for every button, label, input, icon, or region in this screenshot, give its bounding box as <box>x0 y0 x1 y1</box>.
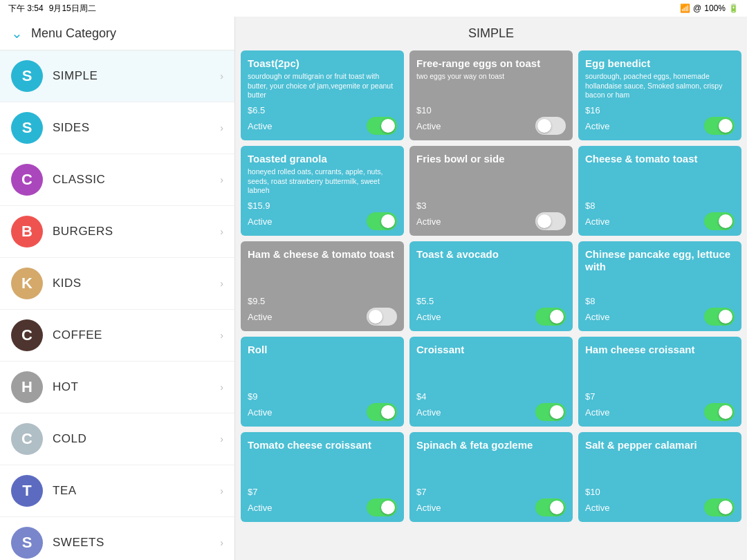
toggle-knob <box>719 119 732 133</box>
toggle-knob <box>550 501 564 514</box>
card-price: $7 <box>416 487 566 497</box>
chevron-down-icon[interactable]: ⌄ <box>11 25 23 41</box>
sidebar-item-cold[interactable]: C COLD › <box>0 413 234 465</box>
menu-card-card-5[interactable]: Fries bowl or side $3 Active <box>409 146 573 236</box>
card-desc: sourdough, poached eggs, homemade hollan… <box>585 72 735 104</box>
card-title: Ham & cheese & tomato toast <box>248 248 397 261</box>
menu-card-card-4[interactable]: Toasted granola honeyed rolled oats, cur… <box>241 146 404 236</box>
card-title: Chinese pancake egg, lettuce with <box>585 248 735 273</box>
card-footer: Active <box>416 212 566 230</box>
sidebar-item-kids[interactable]: K KIDS › <box>0 258 234 310</box>
menu-card-card-13[interactable]: Tomato cheese croissant $7 Active <box>241 432 404 522</box>
card-toggle[interactable] <box>704 498 735 516</box>
card-toggle[interactable] <box>535 117 566 135</box>
menu-card-card-15[interactable]: Salt & pepper calamari $10 Active <box>578 432 741 522</box>
card-toggle[interactable] <box>704 117 735 135</box>
status-date: 9月15日周二 <box>49 3 96 15</box>
card-toggle[interactable] <box>367 498 397 516</box>
sidebar-items-container: S SIMPLE › S SIDES › C CLASSIC › B BURGE… <box>0 50 234 560</box>
card-price: $8 <box>585 296 735 306</box>
chevron-right-icon: › <box>220 278 223 289</box>
card-title: Croissant <box>416 344 566 356</box>
menu-card-card-3[interactable]: Egg benedict sourdough, poached eggs, ho… <box>578 50 741 140</box>
card-price: $7 <box>585 391 735 402</box>
avatar-simple: S <box>11 60 43 92</box>
menu-card-card-10[interactable]: Roll $9 Active <box>241 337 404 427</box>
chevron-right-icon: › <box>220 485 223 496</box>
card-active-label: Active <box>248 407 272 418</box>
menu-card-card-1[interactable]: Toast(2pc) sourdough or multigrain or fr… <box>241 50 404 140</box>
toggle-knob <box>719 310 732 324</box>
card-footer: Active <box>585 403 735 421</box>
menu-card-card-11[interactable]: Croissant $4 Active <box>409 337 573 427</box>
card-toggle[interactable] <box>535 308 566 326</box>
card-footer: Active <box>416 403 566 421</box>
card-desc: honeyed rolled oats, currants, apple, nu… <box>248 167 397 199</box>
card-active-label: Active <box>416 503 441 513</box>
menu-card-card-2[interactable]: Free-range eggs on toast two eggs your w… <box>409 50 573 140</box>
sidebar-item-coffee[interactable]: C COFFEE › <box>0 310 234 362</box>
card-footer: Active <box>248 498 397 516</box>
sidebar-header: ⌄ Menu Category <box>0 17 234 50</box>
card-desc: two eggs your way on toast <box>416 72 566 104</box>
avatar-kids: K <box>11 268 43 299</box>
card-price: $9 <box>248 391 397 402</box>
avatar-burgers: B <box>11 216 43 248</box>
card-toggle[interactable] <box>367 308 397 326</box>
toggle-knob <box>537 214 551 228</box>
card-footer: Active <box>416 308 566 326</box>
menu-card-card-8[interactable]: Toast & avocado $5.5 Active <box>409 241 573 331</box>
card-toggle[interactable] <box>704 308 735 326</box>
status-time: 下午 3:54 <box>8 3 44 15</box>
card-footer: Active <box>416 498 566 516</box>
sidebar-item-simple[interactable]: S SIMPLE › <box>0 50 234 102</box>
sidebar-label-hot: HOT <box>53 380 210 394</box>
chevron-right-icon: › <box>220 71 223 82</box>
battery-icon: 🔋 <box>728 3 739 13</box>
avatar-sweets: S <box>11 527 43 559</box>
card-toggle[interactable] <box>535 212 566 230</box>
card-title: Toasted granola <box>248 153 397 165</box>
toggle-knob <box>719 405 732 419</box>
sidebar-item-tea[interactable]: T TEA › <box>0 465 234 517</box>
menu-grid: Toast(2pc) sourdough or multigrain or fr… <box>235 48 747 530</box>
chevron-right-icon: › <box>220 122 223 133</box>
card-toggle[interactable] <box>704 403 735 421</box>
card-toggle[interactable] <box>367 403 397 421</box>
card-title: Roll <box>248 344 397 356</box>
card-toggle[interactable] <box>535 403 566 421</box>
status-bar: 下午 3:54 9月15日周二 📶 @ 100% 🔋 <box>0 0 747 17</box>
toggle-knob <box>550 405 564 419</box>
card-price: $5.5 <box>416 296 566 306</box>
card-price: $10 <box>585 487 735 497</box>
avatar-sides: S <box>11 112 43 144</box>
card-price: $9.5 <box>248 296 397 306</box>
sidebar-item-sweets[interactable]: S SWEETS › <box>0 517 234 560</box>
card-toggle[interactable] <box>367 117 397 135</box>
card-active-label: Active <box>585 216 609 227</box>
status-right: 📶 @ 100% 🔋 <box>680 3 739 13</box>
menu-card-card-6[interactable]: Cheese & tomato toast $8 Active <box>578 146 741 236</box>
menu-card-card-12[interactable]: Ham cheese croissant $7 Active <box>578 337 741 427</box>
battery-label: 100% <box>704 3 726 13</box>
sidebar-item-classic[interactable]: C CLASSIC › <box>0 154 234 206</box>
sidebar-item-burgers[interactable]: B BURGERS › <box>0 206 234 258</box>
toggle-knob <box>369 310 382 324</box>
card-title: Cheese & tomato toast <box>585 153 735 165</box>
card-toggle[interactable] <box>535 498 566 516</box>
card-price: $15.9 <box>248 200 397 211</box>
card-footer: Active <box>248 212 397 230</box>
sidebar-item-sides[interactable]: S SIDES › <box>0 102 234 154</box>
card-price: $6.5 <box>248 105 397 115</box>
avatar-classic: C <box>11 164 43 196</box>
card-toggle[interactable] <box>367 212 397 230</box>
sidebar-label-sides: SIDES <box>53 121 210 135</box>
sidebar-item-hot[interactable]: H HOT › <box>0 362 234 413</box>
menu-card-card-7[interactable]: Ham & cheese & tomato toast $9.5 Active <box>241 241 404 331</box>
menu-card-card-9[interactable]: Chinese pancake egg, lettuce with $8 Act… <box>578 241 741 331</box>
menu-card-card-14[interactable]: Spinach & feta gozleme $7 Active <box>409 432 573 522</box>
card-footer: Active <box>585 498 735 516</box>
card-title: Toast(2pc) <box>248 57 397 70</box>
card-desc: sourdough or multigrain or fruit toast w… <box>248 72 397 104</box>
card-toggle[interactable] <box>704 212 735 230</box>
